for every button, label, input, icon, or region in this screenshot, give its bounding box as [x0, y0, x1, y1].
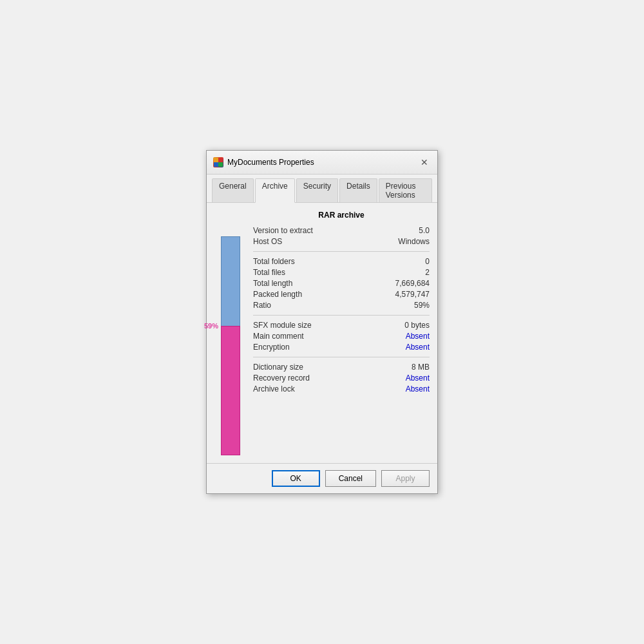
tab-previous-versions[interactable]: Previous Versions	[379, 178, 432, 202]
label-hostos: Host OS	[253, 237, 282, 246]
divider-3	[253, 357, 430, 357]
divider-2	[253, 315, 430, 316]
label-packed-length: Packed length	[253, 290, 302, 299]
value-lock: Absent	[406, 384, 430, 393]
svg-rect-3	[218, 162, 223, 167]
footer-buttons: OK Cancel Apply	[207, 463, 437, 493]
label-version: Version to extract	[253, 226, 313, 235]
value-comment: Absent	[406, 332, 430, 341]
value-ratio: 59%	[414, 301, 430, 310]
tab-security[interactable]: Security	[296, 178, 338, 202]
value-hostos: Windows	[398, 237, 430, 246]
value-version: 5.0	[419, 226, 430, 235]
info-row: SFX module size 0 bytes	[253, 321, 430, 330]
winrar-icon	[213, 157, 223, 167]
value-folders: 0	[425, 257, 430, 266]
label-sfx: SFX module size	[253, 321, 312, 330]
value-total-length: 7,669,684	[395, 279, 430, 288]
info-row: Archive lock Absent	[253, 384, 430, 393]
label-lock: Archive lock	[253, 384, 295, 393]
properties-dialog: MyDocuments Properties ✕ General Archive…	[206, 150, 438, 494]
label-ratio: Ratio	[253, 301, 271, 310]
value-sfx: 0 bytes	[404, 321, 430, 330]
label-dict: Dictionary size	[253, 363, 303, 372]
apply-button[interactable]: Apply	[381, 470, 430, 487]
svg-rect-1	[218, 158, 223, 162]
info-row: Total length 7,669,684	[253, 279, 430, 288]
ok-button[interactable]: OK	[272, 470, 320, 487]
value-packed-length: 4,579,747	[395, 290, 430, 299]
svg-rect-2	[214, 162, 218, 167]
info-row: Ratio 59%	[253, 301, 430, 310]
tab-archive[interactable]: Archive	[255, 178, 295, 203]
info-row: Total files 2	[253, 268, 430, 277]
label-encryption: Encryption	[253, 343, 290, 352]
label-folders: Total folders	[253, 257, 295, 266]
section-title: RAR archive	[253, 211, 430, 220]
value-dict: 8 MB	[412, 363, 430, 372]
info-row: Dictionary size 8 MB	[253, 363, 430, 372]
dialog-title: MyDocuments Properties	[227, 158, 314, 167]
tab-details[interactable]: Details	[339, 178, 377, 202]
value-encryption: Absent	[406, 343, 430, 352]
svg-rect-0	[214, 158, 218, 162]
content-area: 59% RAR archive Version to extract 5.0 H…	[207, 203, 437, 463]
title-bar-left: MyDocuments Properties	[213, 157, 314, 167]
app-icon	[213, 157, 223, 167]
label-recovery: Recovery record	[253, 374, 310, 383]
info-row: Encryption Absent	[253, 343, 430, 352]
tab-bar: General Archive Security Details Previou…	[207, 175, 437, 203]
info-row: Host OS Windows	[253, 237, 430, 246]
ratio-label: 59%	[204, 322, 218, 330]
compression-chart: 59%	[214, 211, 247, 455]
label-comment: Main comment	[253, 332, 304, 341]
bar-packed	[221, 326, 240, 455]
bar-chart: 59%	[221, 236, 240, 455]
info-area: RAR archive Version to extract 5.0 Host …	[253, 211, 430, 455]
value-recovery: Absent	[406, 374, 430, 383]
close-button[interactable]: ✕	[418, 156, 431, 169]
cancel-button[interactable]: Cancel	[325, 470, 376, 487]
label-files: Total files	[253, 268, 285, 277]
info-row: Main comment Absent	[253, 332, 430, 341]
divider-1	[253, 251, 430, 252]
label-total-length: Total length	[253, 279, 292, 288]
info-row: Version to extract 5.0	[253, 226, 430, 235]
tab-general[interactable]: General	[212, 178, 254, 202]
info-row: Recovery record Absent	[253, 374, 430, 383]
title-bar: MyDocuments Properties ✕	[207, 151, 437, 175]
value-files: 2	[425, 268, 430, 277]
info-row: Total folders 0	[253, 257, 430, 266]
info-row: Packed length 4,579,747	[253, 290, 430, 299]
